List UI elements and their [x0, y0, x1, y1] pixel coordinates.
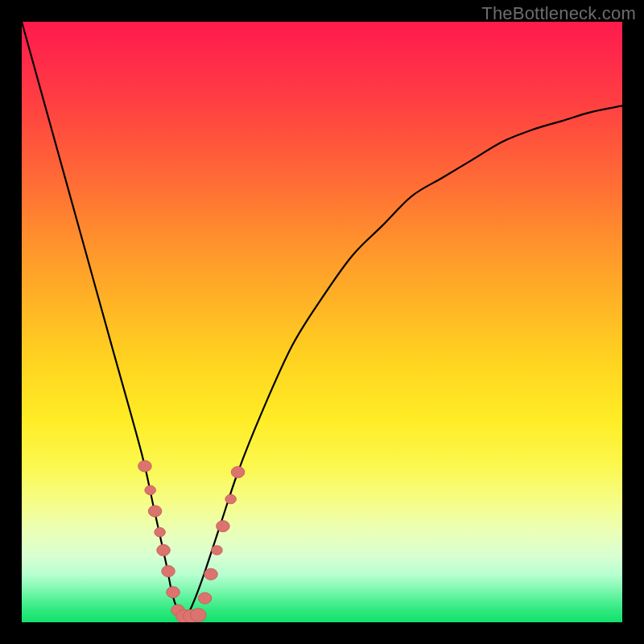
- curve-marker: [157, 544, 171, 555]
- curve-marker: [148, 506, 162, 517]
- watermark-text: TheBottleneck.com: [481, 3, 636, 24]
- chart-frame: TheBottleneck.com: [0, 0, 644, 644]
- curve-marker: [167, 587, 180, 598]
- plot-area: [22, 22, 622, 622]
- curve-marker: [198, 592, 212, 604]
- curve-marker: [225, 494, 237, 503]
- curve-marker: [231, 466, 245, 477]
- curve-marker: [138, 460, 152, 472]
- curve-markers: [138, 460, 245, 622]
- curve-marker: [191, 609, 207, 622]
- bottleneck-curve: [22, 22, 622, 617]
- curve-marker: [162, 566, 175, 577]
- curve-marker: [212, 546, 223, 555]
- curve-marker: [217, 521, 230, 532]
- chart-svg: [22, 22, 622, 622]
- curve-marker: [155, 527, 166, 536]
- curve-marker: [204, 568, 217, 580]
- curve-marker: [145, 485, 156, 494]
